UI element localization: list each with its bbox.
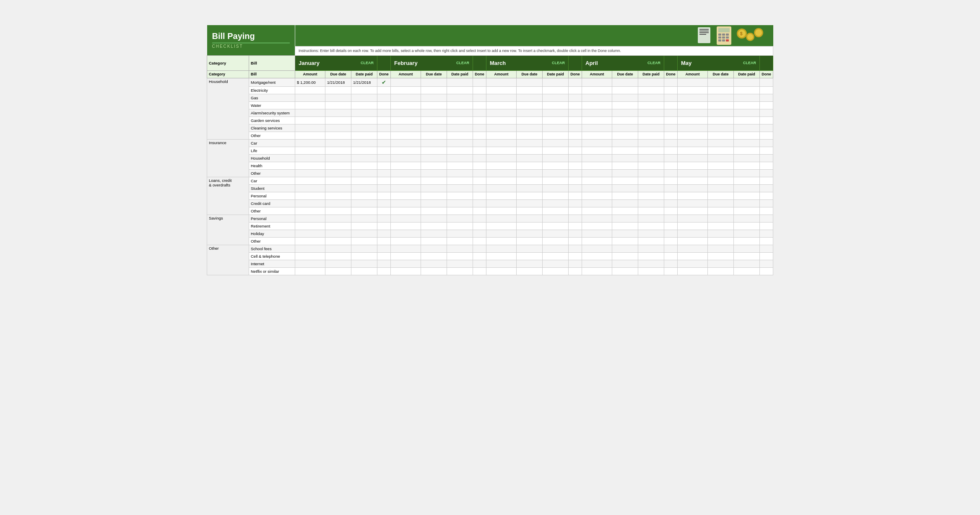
may-duedate-cell[interactable] [708,109,734,116]
april-datepaid-cell[interactable] [638,199,664,207]
february-duedate-cell[interactable] [421,237,447,245]
april-done-cell[interactable] [664,124,678,132]
february-amount-cell[interactable] [391,267,421,275]
february-amount-cell[interactable] [391,207,421,215]
february-datepaid-cell[interactable] [447,192,473,199]
january-duedate-cell[interactable] [325,139,351,147]
february-amount-cell[interactable] [391,116,421,124]
may-datepaid-cell[interactable] [734,222,760,230]
april-amount-cell[interactable] [582,245,612,252]
march-amount-cell[interactable] [486,267,517,275]
april-amount-cell[interactable] [582,169,612,177]
january-amount-cell[interactable] [295,139,325,147]
april-amount-cell[interactable] [582,86,612,94]
may-duedate-cell[interactable] [708,162,734,169]
april-datepaid-cell[interactable] [638,260,664,267]
bill-cell[interactable]: Electricity [249,86,295,94]
march-datepaid-cell[interactable] [543,169,569,177]
april-duedate-cell[interactable] [612,192,638,199]
march-amount-cell[interactable] [486,109,517,116]
february-done-cell[interactable] [473,116,486,124]
may-done-cell[interactable] [760,215,773,222]
march-datepaid-cell[interactable] [543,207,569,215]
march-done-cell[interactable] [569,154,582,162]
march-done-cell[interactable] [569,101,582,109]
february-done-cell[interactable] [473,124,486,132]
february-amount-cell[interactable] [391,192,421,199]
may-done-cell[interactable] [760,252,773,260]
february-done-cell[interactable] [473,199,486,207]
february-datepaid-cell[interactable] [447,260,473,267]
april-done-cell[interactable] [664,260,678,267]
may-amount-cell[interactable] [678,109,708,116]
march-duedate-cell[interactable] [517,169,543,177]
may-duedate-cell[interactable] [708,101,734,109]
april-duedate-cell[interactable] [612,147,638,154]
february-done-cell[interactable] [473,78,486,86]
may-done-cell[interactable] [760,86,773,94]
may-done-cell[interactable] [760,132,773,139]
march-datepaid-cell[interactable] [543,177,569,184]
march-datepaid-cell[interactable] [543,184,569,192]
march-duedate-cell[interactable] [517,215,543,222]
february-duedate-cell[interactable] [421,169,447,177]
march-done-cell[interactable] [569,139,582,147]
bill-cell[interactable]: Cleaning services [249,124,295,132]
february-datepaid-cell[interactable] [447,154,473,162]
march-amount-cell[interactable] [486,184,517,192]
april-clear-btn[interactable]: CLEAR [647,61,660,65]
march-amount-cell[interactable] [486,230,517,237]
may-done-cell[interactable] [760,101,773,109]
january-done-cell[interactable] [377,86,391,94]
january-done-cell[interactable] [377,215,391,222]
april-done-cell[interactable] [664,237,678,245]
january-duedate-cell[interactable] [325,109,351,116]
april-datepaid-cell[interactable] [638,94,664,101]
march-datepaid-cell[interactable] [543,222,569,230]
bill-cell[interactable]: Personal [249,192,295,199]
may-amount-cell[interactable] [678,199,708,207]
january-done-cell[interactable] [377,260,391,267]
bill-cell[interactable]: Water [249,101,295,109]
march-amount-cell[interactable] [486,139,517,147]
january-duedate-cell[interactable] [325,169,351,177]
may-duedate-cell[interactable] [708,147,734,154]
january-done-cell[interactable] [377,207,391,215]
march-amount-cell[interactable] [486,147,517,154]
april-datepaid-cell[interactable] [638,245,664,252]
bill-cell[interactable]: Personal [249,215,295,222]
may-done-cell[interactable] [760,184,773,192]
february-datepaid-cell[interactable] [447,147,473,154]
april-done-cell[interactable] [664,139,678,147]
april-done-cell[interactable] [664,109,678,116]
april-amount-cell[interactable] [582,116,612,124]
february-datepaid-cell[interactable] [447,252,473,260]
february-done-cell[interactable] [473,237,486,245]
may-datepaid-cell[interactable] [734,139,760,147]
february-amount-cell[interactable] [391,215,421,222]
february-duedate-cell[interactable] [421,230,447,237]
march-amount-cell[interactable] [486,162,517,169]
march-datepaid-cell[interactable] [543,78,569,86]
may-done-cell[interactable] [760,116,773,124]
march-datepaid-cell[interactable] [543,116,569,124]
january-done-cell[interactable] [377,139,391,147]
january-amount-cell[interactable] [295,116,325,124]
january-done-cell[interactable] [377,94,391,101]
may-duedate-cell[interactable] [708,154,734,162]
may-datepaid-cell[interactable] [734,177,760,184]
march-datepaid-cell[interactable] [543,237,569,245]
may-amount-cell[interactable] [678,139,708,147]
march-duedate-cell[interactable] [517,222,543,230]
may-duedate-cell[interactable] [708,94,734,101]
april-duedate-cell[interactable] [612,237,638,245]
march-done-cell[interactable] [569,169,582,177]
april-done-cell[interactable] [664,86,678,94]
february-datepaid-cell[interactable] [447,237,473,245]
may-duedate-cell[interactable] [708,222,734,230]
may-done-cell[interactable] [760,207,773,215]
january-amount-cell[interactable] [295,192,325,199]
april-done-cell[interactable] [664,132,678,139]
january-duedate-cell[interactable] [325,230,351,237]
march-amount-cell[interactable] [486,101,517,109]
